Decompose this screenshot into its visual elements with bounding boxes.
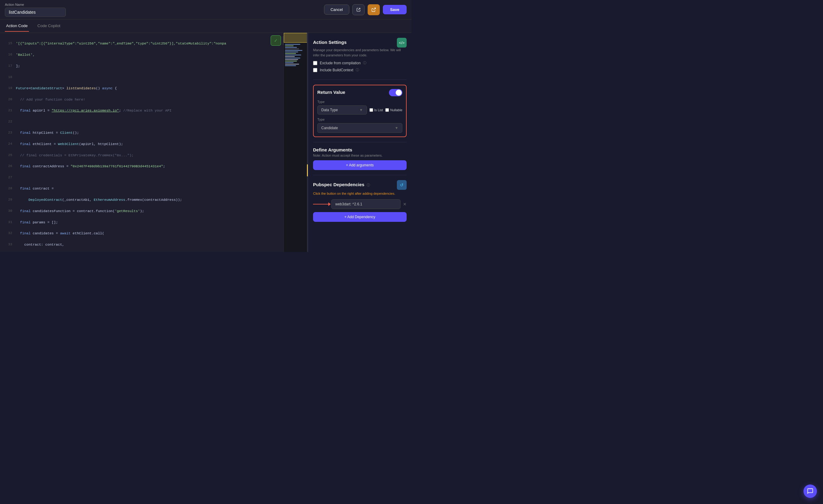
type-row-1: Data Type ▼ Is List Nullable bbox=[317, 106, 402, 115]
candidate-dropdown-arrow-icon: ▼ bbox=[395, 126, 398, 130]
code-lines[interactable]: 15'[{"inputs":[{"internalType":"uint256"… bbox=[0, 33, 308, 252]
define-args-description: Note: Action must accept these as parame… bbox=[313, 154, 406, 157]
include-build-row: Include BuildContext ⓘ bbox=[313, 68, 406, 72]
include-build-label: Include BuildContext bbox=[320, 68, 353, 72]
dependency-arrow bbox=[313, 202, 331, 206]
svg-line-1 bbox=[373, 8, 375, 10]
add-arguments-button[interactable]: + Add arguments bbox=[313, 160, 406, 170]
add-dependency-button[interactable]: + Add Dependency bbox=[313, 212, 406, 222]
settings-description: Manage your dependencies and parameters … bbox=[313, 47, 406, 57]
data-type-dropdown[interactable]: Data Type ▼ bbox=[317, 106, 367, 115]
pubspec-header: Pubspec Dependencies ⓘ ↺ bbox=[313, 180, 406, 190]
action-settings-title: Action Settings bbox=[313, 40, 347, 45]
tab-code-copilot[interactable]: Code Copilot bbox=[36, 20, 61, 32]
code-icon: </> bbox=[397, 38, 406, 47]
pubspec-title-row: Pubspec Dependencies ⓘ bbox=[313, 182, 370, 188]
candidate-type-dropdown[interactable]: Candidate ▼ bbox=[317, 123, 402, 133]
dependency-input[interactable] bbox=[331, 199, 400, 209]
check-button[interactable]: ✓ bbox=[271, 35, 281, 46]
main-content: ✓ ≡ ☰ 15'[{"inputs":[{"internalType":"ui… bbox=[0, 33, 412, 252]
pubspec-title: Pubspec Dependencies bbox=[313, 182, 364, 187]
divider-1 bbox=[313, 79, 406, 80]
action-settings-section: Action Settings </> Manage your dependen… bbox=[313, 38, 406, 75]
top-bar: Action Name Cancel Save bbox=[0, 0, 412, 19]
action-name-label: Action Name bbox=[5, 3, 66, 6]
right-panel: Action Settings </> Manage your dependen… bbox=[308, 33, 412, 252]
top-bar-actions: Cancel Save bbox=[324, 4, 406, 15]
minimap bbox=[284, 33, 308, 252]
pubspec-info-icon[interactable]: ⓘ bbox=[367, 183, 370, 187]
exclude-compilation-checkbox[interactable] bbox=[313, 61, 317, 65]
share-icon-button[interactable] bbox=[368, 4, 380, 15]
return-value-title: Return Value bbox=[317, 90, 345, 95]
refresh-button[interactable]: ↺ bbox=[397, 180, 406, 190]
save-button[interactable]: Save bbox=[383, 5, 406, 14]
return-value-header: Return Value bbox=[317, 89, 402, 96]
pubspec-description: Click the button on the right after addi… bbox=[313, 191, 406, 196]
action-name-section: Action Name bbox=[5, 3, 66, 17]
include-build-info-icon[interactable]: ⓘ bbox=[356, 68, 359, 72]
pubspec-section: Pubspec Dependencies ⓘ ↺ Click the butto… bbox=[313, 180, 406, 222]
cancel-button[interactable]: Cancel bbox=[324, 5, 349, 15]
is-list-checkbox[interactable] bbox=[369, 108, 373, 112]
tab-action-code[interactable]: Action Code bbox=[5, 20, 29, 32]
toggle-knob bbox=[396, 90, 402, 96]
code-area: ✓ ≡ ☰ 15'[{"inputs":[{"internalType":"ui… bbox=[0, 33, 308, 252]
divider-3 bbox=[313, 175, 406, 175]
nullable-checkbox-label: Nullable bbox=[385, 108, 402, 112]
divider-2 bbox=[313, 142, 406, 142]
code-editor[interactable]: 15'[{"inputs":[{"internalType":"uint256"… bbox=[0, 33, 308, 252]
dependency-row: ✕ bbox=[331, 199, 406, 209]
nullable-checkbox[interactable] bbox=[385, 108, 389, 112]
return-value-toggle[interactable] bbox=[389, 89, 402, 96]
arrow-head bbox=[328, 202, 331, 206]
include-build-checkbox[interactable] bbox=[313, 68, 317, 72]
export-icon-button[interactable] bbox=[352, 4, 364, 15]
define-args-section: Define Arguments Note: Action must accep… bbox=[313, 147, 406, 170]
settings-header: Action Settings </> bbox=[313, 38, 406, 47]
svg-line-0 bbox=[358, 8, 360, 10]
dependency-clear-icon[interactable]: ✕ bbox=[403, 202, 406, 207]
exclude-checkbox-row: Exclude from compilation ⓘ bbox=[313, 61, 406, 65]
type-label-2: Type bbox=[317, 118, 402, 121]
arrow-line bbox=[313, 204, 328, 204]
dropdown-arrow-icon: ▼ bbox=[359, 108, 363, 112]
action-name-input[interactable] bbox=[5, 8, 66, 17]
tabs: Action Code Code Copilot bbox=[0, 19, 412, 33]
is-list-checkbox-label: Is List bbox=[369, 108, 383, 112]
return-value-section: Return Value Type Data Type ▼ Is List Nu… bbox=[313, 85, 406, 137]
exclude-compilation-label: Exclude from compilation bbox=[320, 61, 361, 65]
exclude-info-icon[interactable]: ⓘ bbox=[363, 61, 366, 65]
type-label-1: Type bbox=[317, 100, 402, 104]
define-args-title: Define Arguments bbox=[313, 147, 352, 152]
